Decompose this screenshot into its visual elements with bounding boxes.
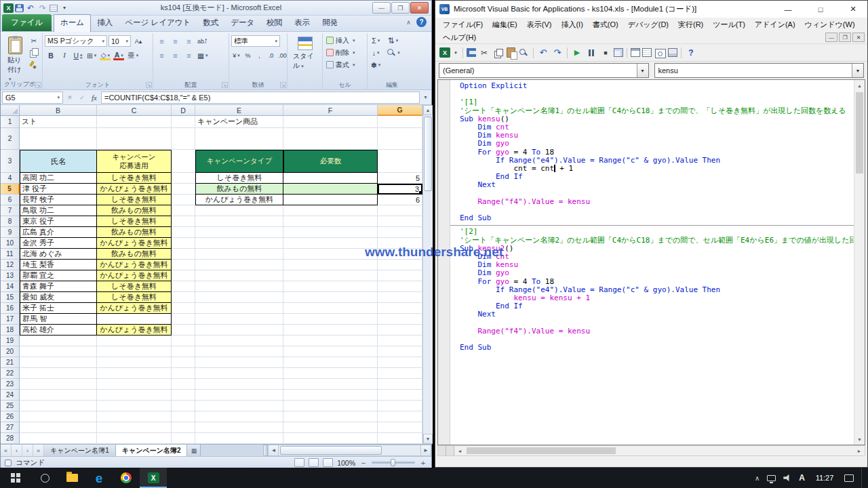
bold-button[interactable]: B: [45, 49, 57, 61]
row-header-9[interactable]: 9: [1, 227, 20, 238]
format-painter-button[interactable]: [28, 59, 40, 70]
cell-E3[interactable]: キャンペーンタイプ: [195, 150, 283, 173]
cell-D8[interactable]: [172, 216, 195, 227]
cell-D3[interactable]: [172, 150, 195, 173]
currency-format-icon[interactable]: ¥▾: [231, 49, 241, 61]
insert-function-icon[interactable]: fx: [89, 92, 100, 104]
scroll-left-icon[interactable]: ◄: [268, 445, 279, 456]
cell-E25[interactable]: [195, 401, 283, 411]
comma-format-icon[interactable]: ,: [254, 49, 264, 61]
cell-F20[interactable]: [283, 346, 378, 357]
cell-E22[interactable]: [195, 368, 283, 379]
cell-C17[interactable]: [97, 314, 172, 325]
scroll-down-icon[interactable]: ▼: [854, 434, 865, 445]
column-header-G[interactable]: G: [378, 105, 422, 116]
vba-minimize-button[interactable]: —: [774, 1, 802, 18]
margin-indicator-bar[interactable]: [438, 80, 450, 445]
enter-icon[interactable]: ✓: [77, 92, 87, 104]
format-cells-button[interactable]: 書式▾: [325, 59, 365, 70]
zoom-slider-thumb[interactable]: [391, 459, 395, 466]
cell-C3[interactable]: キャンペーン 応募適用: [97, 150, 172, 173]
percent-format-icon[interactable]: %: [243, 49, 253, 61]
row-header-21[interactable]: 21: [1, 357, 20, 368]
cell-C5[interactable]: かんぴょう巻き無料: [97, 184, 172, 195]
cell-B2[interactable]: [20, 128, 97, 150]
cell-G19[interactable]: [378, 336, 422, 346]
edge-button[interactable]: e: [85, 468, 113, 488]
cell-G25[interactable]: [378, 401, 422, 411]
cell-F23[interactable]: [283, 379, 378, 390]
cell-C25[interactable]: [97, 401, 172, 411]
cell-F6[interactable]: [283, 195, 378, 205]
close-button[interactable]: ✕: [410, 2, 429, 14]
select-all-corner[interactable]: [1, 105, 20, 116]
cell-F28[interactable]: [283, 433, 378, 444]
cell-C8[interactable]: しそ巻き無料: [97, 216, 172, 227]
cell-B12[interactable]: 埼玉 梨香: [20, 260, 97, 270]
align-top-icon[interactable]: ≡: [155, 35, 167, 47]
row-header-28[interactable]: 28: [1, 433, 20, 444]
cell-C6[interactable]: しそ巻き無料: [97, 195, 172, 205]
code-lines[interactable]: Option Explicit'[1]'シート「キャンペーン名簿1」のセル範囲「…: [450, 80, 854, 445]
column-header-F[interactable]: F: [283, 105, 378, 116]
cell-C27[interactable]: [97, 422, 172, 433]
redo-icon[interactable]: ↷: [551, 47, 564, 59]
cell-B24[interactable]: [20, 390, 97, 401]
cell-B18[interactable]: 高松 雄介: [20, 325, 97, 336]
cell-C1[interactable]: [97, 116, 172, 128]
cell-C20[interactable]: [97, 346, 172, 357]
cell-G21[interactable]: [378, 357, 422, 368]
cell-F17[interactable]: [283, 314, 378, 325]
formula-bar-expand-icon[interactable]: ▾: [421, 94, 430, 100]
cell-B21[interactable]: [20, 357, 97, 368]
cell-G20[interactable]: [378, 346, 422, 357]
cell-E12[interactable]: [195, 260, 283, 270]
qat-customize-icon[interactable]: ▾: [59, 3, 70, 13]
row-header-7[interactable]: 7: [1, 205, 20, 216]
cell-E9[interactable]: [195, 227, 283, 238]
cell-D5[interactable]: [172, 184, 195, 195]
cell-E1[interactable]: キャンペーン商品: [195, 116, 283, 128]
cell-D15[interactable]: [172, 292, 195, 303]
cell-F12[interactable]: [283, 260, 378, 270]
cell-E17[interactable]: [195, 314, 283, 325]
dialog-launcher-icon[interactable]: ↘: [222, 82, 228, 88]
undo-icon[interactable]: ↶: [25, 3, 36, 13]
cell-F22[interactable]: [283, 368, 378, 379]
cell-C12[interactable]: かんぴょう巻き無料: [97, 260, 172, 270]
cell-B1[interactable]: スト: [20, 116, 97, 128]
cell-G8[interactable]: [378, 216, 422, 227]
redo-icon[interactable]: ↷: [37, 3, 48, 13]
menu-ツール(T)[interactable]: ツール(T): [708, 18, 750, 31]
dialog-launcher-icon[interactable]: ↘: [280, 82, 286, 88]
next-sheet-icon[interactable]: ›: [22, 445, 33, 456]
page-layout-view-icon[interactable]: [309, 458, 319, 467]
cell-F16[interactable]: [283, 303, 378, 314]
menu-アドイン(A)[interactable]: アドイン(A): [750, 18, 800, 31]
cell-G6[interactable]: 6: [378, 195, 422, 205]
cortana-button[interactable]: [31, 468, 58, 488]
row-header-6[interactable]: 6: [1, 195, 20, 205]
merge-center-icon[interactable]: ▦▾: [196, 49, 209, 61]
show-desktop-button[interactable]: [861, 468, 864, 488]
cell-F25[interactable]: [283, 401, 378, 411]
cell-F8[interactable]: [283, 216, 378, 227]
run-icon[interactable]: ▶: [571, 47, 583, 59]
ribbon-tab-数式[interactable]: 数式: [197, 15, 224, 31]
scroll-up-icon[interactable]: ▲: [854, 80, 865, 91]
cell-E14[interactable]: [195, 281, 283, 292]
row-header-26[interactable]: 26: [1, 411, 20, 422]
cell-G28[interactable]: [378, 433, 422, 444]
sheet-tab-キャンペーン名簿2[interactable]: キャンペーン名簿2: [116, 445, 188, 456]
row-header-16[interactable]: 16: [1, 303, 20, 314]
cut-icon[interactable]: ✂: [478, 47, 490, 59]
cell-D12[interactable]: [172, 260, 195, 270]
cell-F9[interactable]: [283, 227, 378, 238]
cell-D11[interactable]: [172, 249, 195, 260]
ime-mode-indicator[interactable]: A: [799, 473, 805, 483]
formula-input[interactable]: =COUNTIF(C$4:C$18,"=" & E5): [101, 92, 420, 104]
zoom-out-icon[interactable]: −: [359, 459, 368, 467]
paste-icon[interactable]: [507, 47, 515, 58]
row-header-1[interactable]: 1: [1, 116, 20, 128]
cell-D4[interactable]: [172, 173, 195, 184]
